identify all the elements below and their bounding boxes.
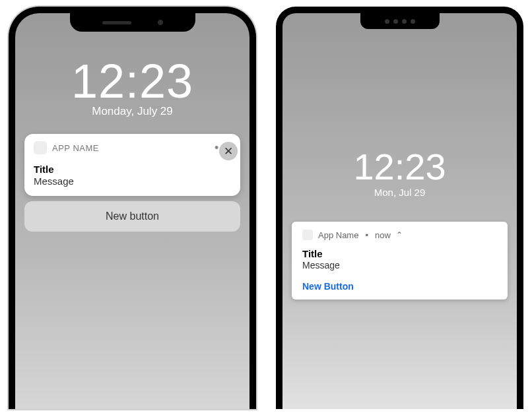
ios-lock-clock: 12:23 Monday, July 29 — [15, 54, 249, 118]
ios-app-name: APP NAME — [52, 143, 209, 153]
close-icon[interactable]: ✕ — [219, 142, 238, 160]
android-sensor — [402, 19, 407, 24]
ios-notification-card[interactable]: APP NAME ••• Title Message — [24, 134, 240, 196]
android-notification-title: Title — [302, 248, 497, 259]
iphone-device-frame: 12:23 Monday, July 29 ✕ APP NAME ••• Tit… — [9, 7, 256, 409]
android-action-label: New Button — [302, 281, 354, 292]
chevron-up-icon[interactable]: ⌃ — [396, 230, 403, 239]
android-notification-action-button[interactable]: New Button — [302, 281, 497, 292]
iphone-front-camera — [158, 20, 163, 25]
android-notification-header: App Name • now ⌃ — [302, 230, 497, 240]
ios-time: 12:23 — [15, 54, 249, 108]
android-sensor — [393, 19, 398, 24]
ios-notification-header: APP NAME ••• — [34, 141, 231, 154]
android-sensor — [385, 19, 389, 24]
ios-notification-title: Title — [34, 164, 231, 175]
iphone-notch — [70, 13, 195, 32]
android-notification-message: Message — [302, 260, 497, 270]
app-icon — [34, 141, 47, 154]
ios-notification-message: Message — [34, 175, 231, 187]
android-sensor — [411, 19, 415, 24]
app-icon — [302, 230, 313, 240]
iphone-speaker — [102, 21, 131, 24]
android-notch — [360, 13, 440, 29]
android-time: 12:23 — [283, 145, 517, 188]
android-notification-card[interactable]: App Name • now ⌃ Title Message New Butto… — [292, 222, 508, 300]
ios-notification-action-button[interactable]: New button — [24, 201, 240, 232]
ios-action-label: New button — [106, 210, 159, 222]
android-lock-clock: 12:23 Mon, Jul 29 — [283, 145, 517, 198]
close-glyph: ✕ — [224, 144, 233, 158]
separator-dot: • — [365, 230, 368, 240]
android-date: Mon, Jul 29 — [283, 187, 517, 198]
android-timestamp: now — [375, 230, 391, 240]
ios-date: Monday, July 29 — [15, 105, 249, 118]
android-device-frame: 12:23 Mon, Jul 29 App Name • now ⌃ Title… — [276, 7, 523, 409]
android-app-name: App Name — [318, 230, 358, 240]
